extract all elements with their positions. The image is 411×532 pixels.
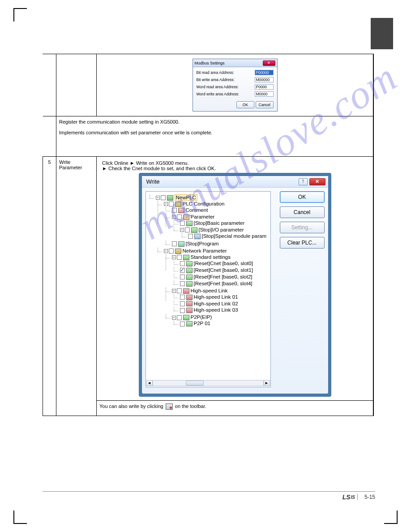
program-icon <box>178 241 184 247</box>
module-icon <box>186 281 193 287</box>
write-ok-button[interactable]: OK <box>280 191 325 203</box>
cell-step-4b <box>43 116 56 157</box>
modbus-label-3: Word write area Address: <box>197 92 239 96</box>
tree-std[interactable]: Standard settings <box>191 254 231 260</box>
hsl-icon <box>183 288 189 294</box>
tree-fnet4[interactable]: [Reset]Fnet [base0, slot4] <box>194 281 253 286</box>
expand-icon[interactable]: − <box>172 255 176 259</box>
module-icon <box>194 234 201 239</box>
tree-hsl[interactable]: High-speed Link <box>191 288 228 293</box>
cell-title-5: Write Parameter <box>56 157 97 416</box>
cell-body-4a: Modbus Settings ✕ Bit read area Address:… <box>97 54 373 116</box>
checkbox[interactable] <box>177 255 182 260</box>
checkbox[interactable] <box>185 227 190 232</box>
checkbox[interactable] <box>180 261 185 266</box>
tree-p2p1[interactable]: P2P 01 <box>194 321 211 326</box>
tree-plcconfig[interactable]: PLC Configuration <box>183 201 225 206</box>
tree-root[interactable]: NewPLC <box>175 194 197 201</box>
cpu-icon <box>167 195 173 201</box>
checkbox[interactable] <box>169 202 174 206</box>
row4-text1: Register the communication module settin… <box>59 119 370 124</box>
checkbox[interactable] <box>177 315 182 320</box>
row4-text2: Implements communication with set parame… <box>59 130 370 135</box>
row5-text3: on the toolbar. <box>175 403 206 409</box>
tree-netparam[interactable]: Network Parameter <box>183 248 227 253</box>
checkbox[interactable] <box>180 322 185 326</box>
checkbox[interactable] <box>180 301 185 306</box>
hsl-icon <box>186 308 193 313</box>
hsl-icon <box>186 295 193 300</box>
write-tree: −NewPLC −PLC Configuration Comment −Para… <box>146 191 271 387</box>
tree-hsl3[interactable]: High-speed Link 03 <box>194 307 238 313</box>
modbus-label-1: Bit write area Address: <box>197 77 235 82</box>
write-dialog: Write ? ✕ −NewPLC <box>141 176 329 394</box>
page-footer: LSIS 5-15 <box>43 491 375 501</box>
tree-parameter[interactable]: Parameter <box>191 214 215 219</box>
checkbox[interactable] <box>180 268 185 273</box>
checkbox[interactable] <box>177 288 182 293</box>
scrollbar-horizontal[interactable]: ◄ ► <box>146 380 270 386</box>
write-toolbar-icon <box>166 403 173 410</box>
modbus-ok-button[interactable]: OK <box>236 101 254 108</box>
checkbox[interactable] <box>180 221 185 226</box>
scroll-thumb[interactable] <box>186 381 204 386</box>
footer-page: 5-15 <box>364 494 375 500</box>
tree-comment[interactable]: Comment <box>186 207 208 213</box>
row5-text1: Click Online ► Write on XG5000 menu. ► C… <box>102 160 372 171</box>
cell-title-4a <box>56 54 97 116</box>
scroll-right-icon[interactable]: ► <box>264 380 270 386</box>
modbus-input-0[interactable] <box>255 70 274 75</box>
module-icon <box>186 261 193 266</box>
footer-sub: IS <box>351 495 355 500</box>
tree-io[interactable]: [Stop]I/O parameter <box>199 227 244 232</box>
module-icon <box>191 227 197 233</box>
close-icon[interactable]: ✕ <box>309 178 325 185</box>
checkbox[interactable] <box>161 195 166 200</box>
tree-cnet0[interactable]: [Reset]Cnet [base0, slot0] <box>194 261 253 266</box>
close-icon[interactable]: ✕ <box>263 60 275 66</box>
checkbox[interactable] <box>169 249 174 253</box>
modbus-input-2[interactable] <box>255 84 274 90</box>
expand-icon[interactable]: − <box>156 196 160 200</box>
module-icon <box>186 275 193 280</box>
cell-body-5b: You can also write by clicking on the to… <box>97 401 373 416</box>
expand-icon[interactable]: − <box>164 249 168 253</box>
checkbox[interactable] <box>177 215 182 219</box>
expand-icon[interactable]: − <box>164 202 168 206</box>
modbus-cancel-button[interactable]: Cancel <box>256 101 274 108</box>
tree-cnet1[interactable]: [Reset]Cnet [base0, slot1] <box>194 267 253 273</box>
checkbox[interactable] <box>180 295 185 300</box>
cell-body-4b: Register the communication module settin… <box>56 116 373 157</box>
hsl-icon <box>186 301 193 306</box>
checkbox[interactable] <box>172 241 177 246</box>
tree-hsl2[interactable]: High-speed Link 02 <box>194 301 238 306</box>
checkbox[interactable] <box>180 308 185 313</box>
write-cancel-button[interactable]: Cancel <box>280 206 325 218</box>
tree-program[interactable]: [Stop]Program <box>186 241 219 246</box>
expand-icon[interactable]: − <box>180 228 184 232</box>
write-clear-button[interactable]: Clear PLC... <box>280 237 325 249</box>
page-thumb-tab <box>371 18 393 49</box>
write-dialog-frame: Write ? ✕ −NewPLC <box>139 173 331 397</box>
tree-hsl1[interactable]: High-speed Link 01 <box>194 294 238 300</box>
checkbox[interactable] <box>172 208 177 213</box>
checkbox[interactable] <box>188 234 193 239</box>
write-title: Write <box>146 178 160 185</box>
modbus-input-3[interactable] <box>255 91 274 97</box>
tree-fnet2[interactable]: [Reset]Fnet [base0, slot2] <box>194 274 253 279</box>
tree-basic[interactable]: [Stop]Basic parameter <box>194 220 245 226</box>
netparam-icon <box>175 249 181 254</box>
modbus-label-2: Word read area Address: <box>197 85 239 89</box>
expand-icon[interactable]: − <box>172 316 176 320</box>
expand-icon[interactable]: − <box>172 215 176 219</box>
scroll-left-icon[interactable]: ◄ <box>146 380 153 386</box>
tree-p2p[interactable]: P2P(EIP) <box>191 314 212 320</box>
module-icon <box>186 268 193 273</box>
write-setting-button[interactable]: Setting... <box>280 222 325 233</box>
checkbox[interactable] <box>180 275 185 279</box>
modbus-input-1[interactable] <box>255 77 274 82</box>
tree-special[interactable]: [Stop]Special module param <box>202 233 266 239</box>
expand-icon[interactable]: − <box>172 289 176 293</box>
help-icon[interactable]: ? <box>299 178 308 185</box>
checkbox[interactable] <box>180 281 185 286</box>
